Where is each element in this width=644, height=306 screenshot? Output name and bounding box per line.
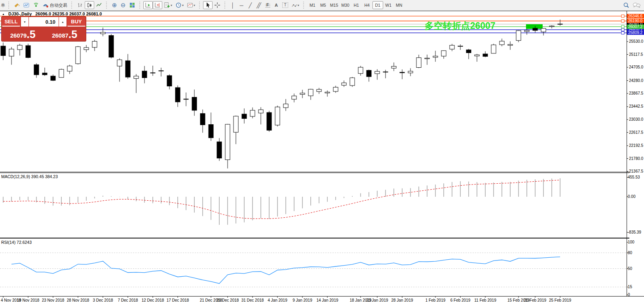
arrow-tools-button[interactable]: ↗↙▾ [290,1,301,9]
toolbar-grip [303,2,306,9]
dropdown-caret-icon: ▾ [171,4,172,7]
volume-down-button[interactable]: ▼ [21,17,28,27]
auto-trading-button[interactable]: 自动交易 [41,1,69,9]
timeframe-mn[interactable]: MN [394,1,405,9]
vertical-line-tool-icon[interactable]: │ [228,1,237,9]
dropdown-caret-icon: ▾ [298,4,299,7]
search-icon[interactable] [621,1,631,9]
timeframe-m5[interactable]: M5 [318,1,329,9]
text-label-tool-icon[interactable]: T [281,1,290,9]
text-tool-icon[interactable]: A [272,1,281,9]
macd-indicator-label: MACD(12,26,9) 390.45 384.23 [1,174,58,179]
horizontal-line-tool-icon[interactable]: ─ [237,1,246,9]
candlestick-chart-type-icon[interactable] [85,1,94,9]
ohlc-values-label: 26096.0 26235.0 26037.0 26081.0 [35,11,102,16]
toolbar-grip [139,2,142,9]
timeframe-group: M1M5M15M30H1H4D1W1MN [307,1,405,9]
cursor-tool-icon[interactable] [203,1,213,9]
volume-up-button[interactable]: ▲ [59,17,66,27]
chat-icon[interactable] [631,1,642,9]
zoom-out-icon[interactable]: ⊖ [119,1,127,9]
timeframe-m15[interactable]: M15 [329,1,340,9]
auto-scroll-icon[interactable] [143,1,153,9]
auto-trading-label: 自动交易 [50,2,67,8]
expert-hat-icon [42,2,49,8]
tile-windows-icon[interactable] [127,1,137,9]
timeframe-w1[interactable]: W1 [383,1,394,9]
symbol-period-label: DJ30-,Daily [8,11,32,16]
date-axis-region[interactable] [0,296,627,306]
toolbar: 单 自动交易 ⊕ ⊖ ▾ ▾ ▾ │ ─ ╱ ╱╱ F A T ↗↙▾ M1M5… [0,0,644,10]
crosshair-tool-icon[interactable] [213,1,222,9]
toolbar-grip [71,2,74,9]
toolbar-grip [224,2,227,9]
fibonacci-tool-icon[interactable]: F [263,1,272,9]
sell-price[interactable]: 26079.5 [2,27,44,40]
one-click-panel: SELL ▼ 0.10 ▲ BUY 26079.5 26087.5 [1,16,86,42]
dropdown-caret-icon: ▾ [182,4,184,7]
chart-canvas[interactable] [0,0,644,306]
chart-title: ▲ DJ30-,Daily 26096.0 26235.0 26037.0 26… [2,11,102,16]
new-order-label: 单 [1,2,5,8]
bar-chart-type-icon[interactable] [75,1,85,9]
buy-button[interactable]: BUY [67,17,85,27]
channel-tool-icon[interactable]: ╱╱ [255,1,263,9]
sell-button[interactable]: SELL [2,17,20,27]
timeframe-h4[interactable]: H4 [362,1,372,9]
volume-stepper: ▼ 0.10 ▲ [21,17,66,27]
trendline-tool-icon[interactable]: ╱ [246,1,255,9]
toolbar-grip [106,2,108,9]
zoom-in-icon[interactable]: ⊕ [110,1,119,9]
timeframe-m30[interactable]: M30 [340,1,351,9]
period-clock-button[interactable]: ▾ [174,1,185,9]
market-watch-icon[interactable] [22,1,31,9]
alert-horn-icon[interactable] [12,1,22,9]
signal-icon[interactable] [31,1,41,9]
timeframe-h1[interactable]: H1 [351,1,362,9]
rsi-indicator-label: RSI(14) 72.6243 [1,240,32,245]
chart-annotation[interactable]: 多空转折点26007 [425,21,496,30]
price-axis-region[interactable] [627,11,644,296]
window-marker-icon: ▲ [2,13,5,15]
buy-price[interactable]: 26087.5 [44,27,86,40]
timeframe-m1[interactable]: M1 [307,1,318,9]
toolbar-grip [199,2,201,9]
toolbar-grip [8,2,11,9]
template-button[interactable]: ▾ [185,1,197,9]
line-chart-type-icon[interactable] [94,1,104,9]
dropdown-caret-icon: ▾ [194,4,195,7]
add-indicator-button[interactable]: ▾ [162,1,174,9]
chart-shift-icon[interactable] [153,1,162,9]
timeframe-d1[interactable]: D1 [372,1,383,9]
new-order-button[interactable]: 单 [0,1,6,9]
volume-input[interactable]: 0.10 [29,17,59,27]
